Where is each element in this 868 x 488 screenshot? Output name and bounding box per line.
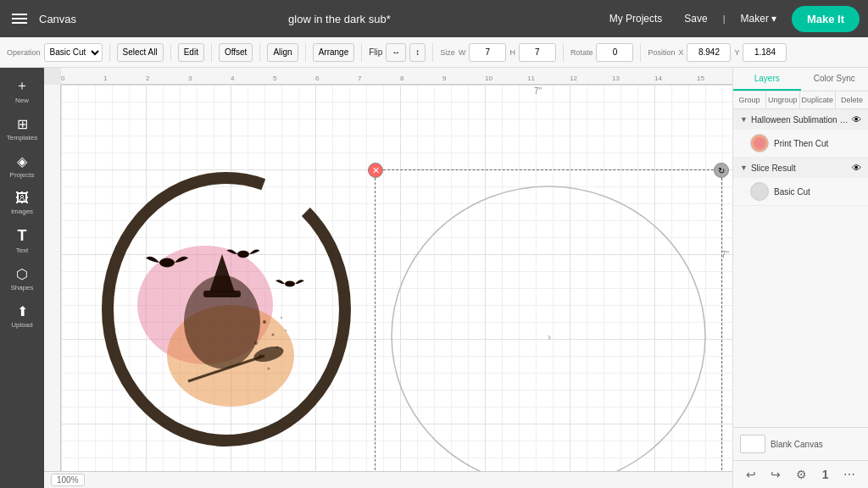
operation-select[interactable]: Basic Cut	[44, 43, 103, 62]
width-label: W	[459, 48, 466, 57]
align-button[interactable]: Align	[267, 43, 298, 62]
rotate-label: Rotate	[570, 48, 593, 57]
sidebar-item-images[interactable]: 🖼 Images	[3, 186, 41, 219]
canvas-area[interactable]: 0 1 2 3 4 5 6 7 8 9 10 11 12 13 14 15 16	[44, 68, 732, 488]
layer-thumb-print	[750, 134, 769, 152]
svg-point-8	[159, 258, 175, 268]
svg-point-11	[237, 251, 249, 258]
layer-group-header-slice[interactable]: ▼ Slice Result 👁	[733, 158, 868, 178]
rotate-input[interactable]: 0	[596, 43, 633, 62]
svg-point-9	[164, 260, 167, 263]
svg-rect-7	[203, 291, 241, 297]
svg-point-19	[259, 354, 262, 358]
sidebar-item-shapes[interactable]: ⬡ Shapes	[3, 262, 41, 296]
flip-group: Flip ↔ ↕	[369, 43, 433, 62]
hamburger-icon[interactable]	[8, 10, 31, 27]
ruler-top: 0 1 2 3 4 5 6 7 8 9 10 11 12 13 14 15 16	[61, 68, 732, 85]
toolbar: Operation Basic Cut Select All Edit Offs…	[0, 37, 868, 68]
x-input[interactable]	[687, 43, 731, 62]
layer-group-halloween: ▼ Halloween Sublimation Fo... 👁 Print Th…	[733, 109, 868, 158]
more-icon[interactable]: ⋯	[842, 466, 857, 483]
flip-v-button[interactable]: ↕	[409, 43, 426, 62]
flip-label: Flip	[369, 47, 382, 57]
layers-list: ▼ Halloween Sublimation Fo... 👁 Print Th…	[733, 109, 868, 427]
sidebar-item-templates[interactable]: ⊞ Templates	[3, 112, 41, 146]
svg-point-15	[254, 341, 258, 345]
svg-point-10	[168, 260, 171, 263]
redo-icon[interactable]: ↪	[769, 466, 782, 483]
layer-arrow-halloween: ▼	[740, 115, 748, 124]
layer-eye-halloween[interactable]: 👁	[852, 114, 861, 125]
save-button[interactable]: Save	[677, 9, 714, 28]
svg-point-13	[263, 320, 266, 324]
ungroup-tool[interactable]: Ungroup	[766, 92, 800, 108]
undo-icon[interactable]: ↩	[744, 466, 758, 483]
select-all-button[interactable]: Select All	[117, 43, 164, 62]
select-all-group: Select All	[117, 43, 171, 62]
position-group: Position X Y	[648, 43, 793, 62]
sidebar-item-upload[interactable]: ⬆ Upload	[3, 299, 41, 333]
group-tool[interactable]: Group	[733, 92, 766, 108]
sidebar-item-new[interactable]: ＋ New	[3, 73, 41, 108]
operation-label: Operation	[7, 48, 41, 57]
layer-item-print-then-cut[interactable]: Print Then Cut	[733, 130, 868, 157]
svg-point-17	[276, 347, 279, 349]
layer-group-slice: ▼ Slice Result 👁 Basic Cut	[733, 158, 868, 206]
svg-point-14	[272, 334, 275, 336]
witch-design-element[interactable]	[95, 152, 358, 466]
my-projects-button[interactable]: My Projects	[603, 9, 670, 28]
project-title: glow in the dark sub*	[85, 13, 594, 25]
size-group: Size W 7 H 7	[440, 43, 564, 62]
blank-canvas-label: Blank Canvas	[771, 440, 823, 449]
offset-group: Offset	[219, 43, 261, 62]
panel-tabs: Layers Color Sync	[733, 68, 868, 92]
upload-icon: ⬆	[17, 303, 28, 319]
height-label: H	[509, 48, 515, 57]
size-label: Size	[440, 48, 455, 57]
zoom-display[interactable]: 100%	[51, 474, 85, 486]
settings-icon[interactable]: ⚙	[794, 466, 809, 483]
left-sidebar: ＋ New ⊞ Templates ◈ Projects 🖼 Images T …	[0, 68, 44, 488]
layer-item-name-print: Print Then Cut	[774, 139, 861, 148]
arrange-group: Arrange	[313, 43, 363, 62]
x-label: X	[678, 48, 683, 57]
offset-button[interactable]: Offset	[219, 43, 253, 62]
templates-icon: ⊞	[17, 116, 28, 132]
edit-button[interactable]: Edit	[178, 43, 204, 62]
y-label: Y	[734, 48, 739, 57]
height-input[interactable]: 7	[519, 43, 556, 62]
make-it-button[interactable]: Make It	[792, 6, 860, 32]
canvas-label: Canvas	[39, 13, 76, 25]
blank-canvas-thumbnail	[740, 435, 765, 453]
info-icon[interactable]: 1	[821, 466, 831, 483]
layer-item-basic-cut[interactable]: Basic Cut	[733, 178, 868, 205]
layer-eye-slice[interactable]: 👁	[852, 163, 861, 173]
svg-point-21	[392, 186, 705, 471]
circle-element[interactable]: ›	[388, 183, 709, 471]
blank-canvas-section: Blank Canvas	[733, 427, 868, 460]
svg-point-16	[281, 317, 282, 319]
delete-tool[interactable]: Delete	[836, 92, 868, 108]
panel-toolbar: Group Ungroup Duplicate Delete	[733, 92, 868, 109]
width-input[interactable]: 7	[469, 43, 506, 62]
svg-point-18	[285, 330, 287, 331]
rotate-group: Rotate 0	[570, 43, 642, 62]
ruler-left	[44, 85, 61, 471]
layer-group-header-halloween[interactable]: ▼ Halloween Sublimation Fo... 👁	[733, 109, 868, 130]
duplicate-tool[interactable]: Duplicate	[800, 92, 837, 108]
maker-button[interactable]: Maker ▾	[734, 9, 783, 28]
tab-layers[interactable]: Layers	[733, 68, 801, 91]
layer-arrow-slice: ▼	[740, 164, 748, 172]
y-input[interactable]	[743, 43, 787, 62]
top-navigation: Canvas glow in the dark sub* My Projects…	[0, 0, 868, 37]
shapes-icon: ⬡	[16, 266, 28, 282]
flip-h-button[interactable]: ↔	[386, 43, 406, 62]
arrange-button[interactable]: Arrange	[313, 43, 355, 62]
new-icon: ＋	[15, 77, 29, 95]
sidebar-item-text[interactable]: T Text	[3, 223, 41, 258]
layer-name-slice: Slice Result	[751, 164, 849, 173]
inch-label-horizontal: 7"	[534, 86, 542, 96]
tab-color-sync[interactable]: Color Sync	[801, 68, 869, 91]
sidebar-item-projects[interactable]: ◈ Projects	[3, 149, 41, 183]
svg-point-20	[268, 368, 270, 370]
